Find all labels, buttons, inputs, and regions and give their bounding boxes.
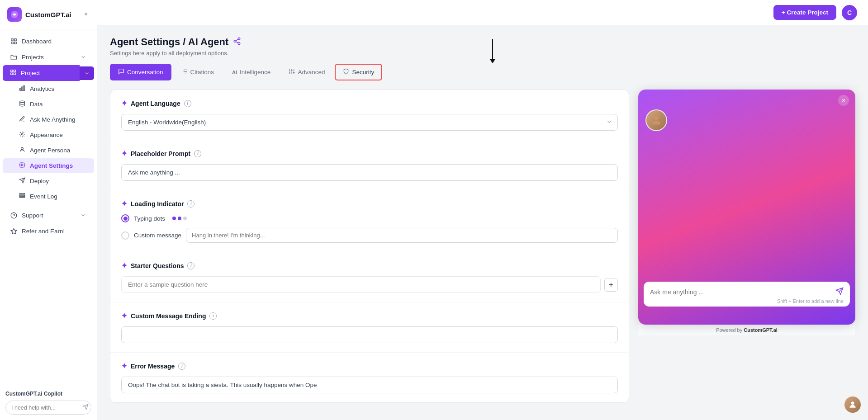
data-label: Data [30,101,43,108]
starter-questions-section: ✦ Starter Questions i + [110,252,629,302]
main-content: + Create Project C Agent Settings / AI A… [97,0,868,420]
svg-rect-8 [11,73,13,75]
sidebar-item-project[interactable]: Project [3,65,80,81]
tab-advanced[interactable]: Advanced [280,64,333,80]
tab-security[interactable]: Security [335,64,382,80]
svg-rect-5 [14,42,16,43]
sidebar-item-refer[interactable]: Refer and Earn! [3,223,94,239]
custom-message-radio[interactable] [121,231,129,240]
svg-rect-21 [19,197,25,198]
svg-point-13 [20,101,25,103]
sidebar-item-appearance[interactable]: Appearance [3,127,94,142]
preview-chat-body [638,135,855,270]
agent-language-section: ✦ Agent Language i English - Worldwide(E… [110,90,629,140]
svg-rect-20 [19,195,25,196]
pencil-icon [19,116,25,123]
typing-dots-preview [172,217,187,220]
create-project-button[interactable]: + Create Project [773,5,836,20]
svg-point-50 [851,401,854,405]
placeholder-prompt-input[interactable] [121,164,618,181]
tab-citations[interactable]: Citations [173,64,223,80]
preview-send-icon[interactable] [835,287,844,297]
svg-rect-4 [11,42,13,43]
sidebar-item-deploy[interactable]: Deploy [3,174,94,189]
sidebar-item-data[interactable]: Data [3,97,94,112]
typing-dots-row: Typing dots [121,214,618,222]
svg-rect-9 [14,73,15,75]
tab-conversation-label: Conversation [127,69,163,76]
svg-point-14 [21,133,23,135]
logo-text: CustomGPT.ai [25,11,71,19]
sparkle-icon: ✦ [121,99,127,108]
custom-message-ending-label: ✦ Custom Message Ending i [121,311,618,320]
sidebar-item-ask-me-anything[interactable]: Ask Me Anything [3,112,94,127]
custom-message-ending-section: ✦ Custom Message Ending i [110,302,629,353]
agent-language-select[interactable]: English - Worldwide(English) French Span… [121,114,618,131]
copilot-send-icon[interactable] [82,404,89,411]
ask-me-anything-label: Ask Me Anything [30,116,76,123]
preview-close-button[interactable]: × [838,95,849,106]
floating-avatar[interactable] [844,396,861,413]
loading-indicator-info-icon[interactable]: i [187,200,194,208]
agent-language-info-icon[interactable]: i [184,100,191,107]
page-title: Agent Settings / AI Agent [110,36,855,48]
grid-icon [10,69,16,77]
add-starter-question-button[interactable]: + [604,278,618,292]
svg-point-15 [21,147,24,150]
tab-citations-label: Citations [190,69,214,76]
dashboard-label: Dashboard [22,38,52,45]
preview-panel: × [638,90,855,325]
sidebar-item-agent-settings[interactable]: Agent Settings [3,158,94,173]
typing-dots-radio[interactable] [121,214,129,222]
custom-message-ending-input[interactable] [121,326,618,343]
typing-dots-label: Typing dots [134,215,165,222]
share-icon[interactable] [233,36,241,48]
loading-indicator-options: Typing dots Custom message [121,214,618,243]
dot-1 [172,217,176,220]
chevron-down-icon [80,53,87,61]
refer-label: Refer and Earn! [22,228,65,235]
content-area: Agent Settings / AI Agent Settings here … [97,25,868,420]
project-chevron-button[interactable] [80,66,94,80]
powered-by: Powered by CustomGPT.ai [638,325,855,335]
tab-conversation[interactable]: Conversation [110,64,171,80]
persona-icon [19,146,25,154]
error-message-info-icon[interactable]: i [178,363,185,370]
svg-rect-7 [14,70,15,72]
placeholder-prompt-info-icon[interactable]: i [194,150,201,157]
sidebar-item-projects[interactable]: Projects [3,49,94,65]
preview-input-area: Shift + Enter to add a new line [644,282,850,307]
svg-rect-2 [11,38,13,40]
bell-icon[interactable] [82,10,90,19]
preview-chat-input[interactable] [650,288,832,296]
loading-indicator-label: ✦ Loading Indicator i [121,199,618,208]
list-icon [19,193,25,200]
folder-icon [10,53,17,61]
sidebar-item-dashboard[interactable]: Dashboard [3,33,94,49]
sparkle-icon-5: ✦ [121,311,127,320]
user-avatar[interactable]: C [842,5,857,20]
custom-message-label: Custom message [134,232,181,239]
preview-header: × [638,90,855,106]
shield-icon [343,68,349,76]
support-icon [10,212,17,219]
custom-message-input[interactable] [186,228,618,243]
tab-advanced-label: Advanced [298,69,325,76]
sidebar-nav: Dashboard Projects Project [0,29,97,385]
starter-question-input[interactable] [121,276,601,293]
sidebar-item-support[interactable]: Support [3,208,94,223]
custom-message-ending-info-icon[interactable]: i [209,312,217,320]
tab-intelligence[interactable]: AI Intelligence [224,64,279,80]
starter-questions-info-icon[interactable]: i [187,262,194,269]
sidebar-item-agent-persona[interactable]: Agent Persona [3,143,94,158]
error-message-input[interactable] [121,377,618,393]
starter-questions-label: ✦ Starter Questions i [121,261,618,270]
svg-rect-11 [22,87,23,90]
agent-settings-label: Agent Settings [30,162,73,169]
copilot-input[interactable] [11,405,82,411]
sidebar-item-analytics[interactable]: Analytics [3,81,94,96]
sidebar-item-event-log[interactable]: Event Log [3,189,94,204]
loading-indicator-section: ✦ Loading Indicator i Typing dots [110,190,629,252]
tab-security-label: Security [352,69,374,76]
sparkle-icon-2: ✦ [121,149,127,158]
